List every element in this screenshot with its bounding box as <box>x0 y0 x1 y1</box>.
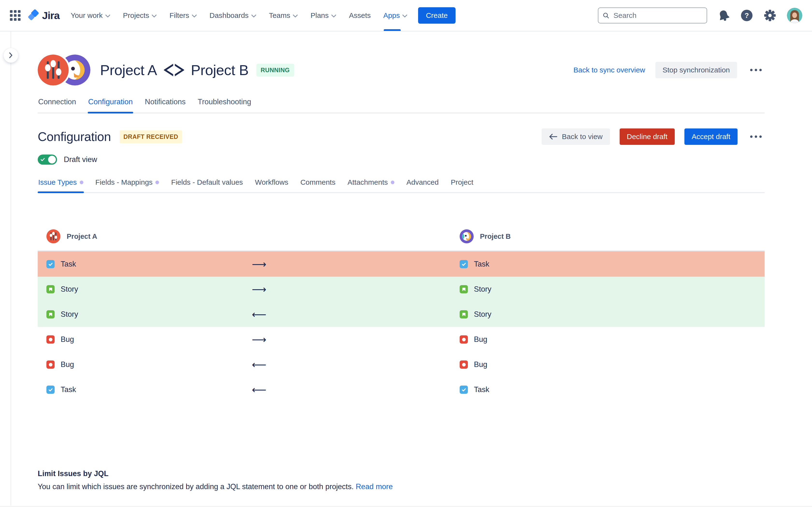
subtab-attachments[interactable]: Attachments <box>347 178 395 192</box>
jira-logo[interactable]: Jira <box>27 9 60 22</box>
bug-dot <box>462 363 466 367</box>
task-icon <box>46 260 55 268</box>
app-switcher-icon[interactable] <box>10 10 21 21</box>
issue-type-label: Bug <box>61 360 74 369</box>
mapping-left-cell: Story <box>46 285 252 294</box>
nav-right: ? <box>598 7 802 23</box>
subtab-fields-default-values[interactable]: Fields - Default values <box>170 178 243 192</box>
chevron-down-icon <box>331 14 337 18</box>
page-tabs: ConnectionConfigurationNotificationsTrou… <box>38 98 765 113</box>
nav-item-label: Filters <box>169 11 189 19</box>
story-icon <box>46 310 55 319</box>
chevron-down-icon <box>105 14 110 18</box>
task-icon <box>46 386 55 394</box>
bug-icon <box>46 360 55 369</box>
sidebar-expand-button[interactable] <box>4 48 18 62</box>
nav-item-apps[interactable]: Apps <box>383 0 407 31</box>
config-subtabs: Issue TypesFields - MappingsFields - Def… <box>38 178 765 193</box>
tab-configuration[interactable]: Configuration <box>88 98 133 113</box>
nav-item-dashboards[interactable]: Dashboards <box>209 0 256 31</box>
subtab-comments[interactable]: Comments <box>300 178 336 192</box>
nav-item-label: Assets <box>349 11 371 19</box>
issue-type-label: Task <box>474 385 489 394</box>
issue-type-label: Task <box>61 385 76 394</box>
mapping-header-row: Project A Project B <box>38 229 765 243</box>
project-b-avatar-small <box>460 229 474 243</box>
decline-draft-button[interactable]: Decline draft <box>620 128 675 145</box>
subtab-advanced[interactable]: Advanced <box>406 178 439 192</box>
configuration-heading: Configuration <box>38 129 111 144</box>
change-indicator-dot <box>155 181 159 184</box>
project-avatars <box>38 55 91 86</box>
subtab-label: Fields - Default values <box>171 178 243 186</box>
check-icon <box>40 157 45 162</box>
mapping-row-4: Bug⟶Bug <box>38 327 765 352</box>
draft-view-label: Draft view <box>64 155 97 164</box>
mapping-right-cell: Story <box>460 285 765 294</box>
config-subtabs-inner: Issue TypesFields - MappingsFields - Def… <box>38 178 765 192</box>
mapping-left-cell: Task <box>46 260 252 269</box>
bug-dot <box>49 363 52 367</box>
arrow-left-icon: ⟵ <box>252 308 460 320</box>
issue-type-label: Story <box>474 285 491 294</box>
nav-item-assets[interactable]: Assets <box>349 0 371 31</box>
tab-notifications[interactable]: Notifications <box>144 98 186 113</box>
jql-description: You can limit which issues are synchroni… <box>38 483 765 491</box>
subtab-workflows[interactable]: Workflows <box>254 178 289 192</box>
stop-synchronization-button[interactable]: Stop synchronization <box>655 62 737 78</box>
tab-troubleshooting[interactable]: Troubleshooting <box>197 98 252 113</box>
issue-type-label: Story <box>61 285 78 294</box>
tab-connection[interactable]: Connection <box>38 98 77 113</box>
arrow-right-icon: ⟶ <box>252 334 460 345</box>
mapping-row-5: Bug⟵Bug <box>38 352 765 377</box>
chevron-down-icon <box>402 14 407 18</box>
mapping-right-cell: Task <box>460 260 765 269</box>
arrow-right-icon: ⟶ <box>252 283 460 295</box>
task-icon <box>460 386 468 394</box>
mapping-right-cell: Story <box>460 310 765 319</box>
create-button[interactable]: Create <box>418 7 455 24</box>
accept-draft-button[interactable]: Accept draft <box>684 128 738 145</box>
notifications-bell-icon[interactable] <box>718 9 730 21</box>
chevron-down-icon <box>251 14 256 18</box>
bug-dot <box>462 338 466 341</box>
bottom-divider <box>0 506 812 507</box>
chevron-down-icon <box>152 14 157 18</box>
subtab-fields-mappings[interactable]: Fields - Mappings <box>95 178 160 192</box>
user-avatar[interactable] <box>787 8 802 23</box>
left-rail-divider <box>11 32 11 506</box>
back-to-sync-overview-link[interactable]: Back to sync overview <box>573 66 645 74</box>
title-project-a: Project A <box>100 62 157 78</box>
project-a-avatar-small <box>46 229 60 243</box>
mapping-right-cell: Task <box>460 385 765 394</box>
top-navigation: Jira Your workProjectsFiltersDashboardsT… <box>0 0 812 32</box>
search-box[interactable] <box>598 7 707 23</box>
header-more-actions-button[interactable] <box>747 66 765 74</box>
issue-type-label: Story <box>474 310 491 319</box>
nav-item-teams[interactable]: Teams <box>269 0 298 31</box>
bug-icon <box>46 335 55 344</box>
draft-view-toggle[interactable] <box>38 155 57 165</box>
chevron-down-icon <box>293 14 298 18</box>
nav-item-label: Your work <box>71 11 103 19</box>
back-to-view-button[interactable]: Back to view <box>542 128 610 145</box>
mapping-left-cell: Bug <box>46 360 252 369</box>
subtab-issue-types[interactable]: Issue Types <box>38 178 84 192</box>
nav-item-label: Projects <box>123 11 149 19</box>
svg-text:?: ? <box>745 12 749 19</box>
mapping-row-1: Task⟶Task <box>38 251 765 277</box>
settings-gear-icon[interactable] <box>764 9 776 22</box>
subtab-project[interactable]: Project <box>450 178 474 192</box>
nav-item-your-work[interactable]: Your work <box>71 0 110 31</box>
search-input[interactable] <box>613 11 702 20</box>
story-icon <box>460 310 468 319</box>
configuration-more-actions-button[interactable] <box>747 132 765 141</box>
nav-item-plans[interactable]: Plans <box>311 0 337 31</box>
read-more-link[interactable]: Read more <box>356 483 393 491</box>
nav-item-filters[interactable]: Filters <box>169 0 197 31</box>
help-icon[interactable]: ? <box>741 9 753 22</box>
nav-left: Jira Your workProjectsFiltersDashboardsT… <box>10 0 456 31</box>
arrow-left-icon: ⟵ <box>252 359 460 371</box>
mapping-row-3: Story⟵Story <box>38 302 765 327</box>
nav-item-projects[interactable]: Projects <box>123 0 157 31</box>
